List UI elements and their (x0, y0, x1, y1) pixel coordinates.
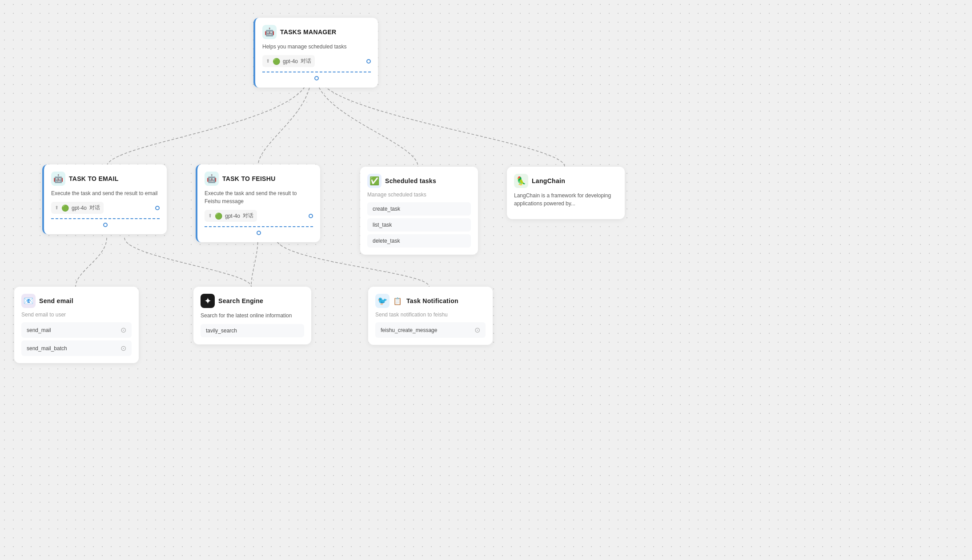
tasks-manager-model-row: ⬆ 🟢 gpt-4o 对话 (262, 55, 371, 67)
tasks-manager-icon: 🤖 (262, 25, 277, 39)
send-email-subtitle: Send email to user (21, 312, 132, 318)
task-email-title: TASK TO EMAIL (69, 175, 119, 182)
task-feishu-icon: 🤖 (205, 172, 219, 186)
node-task-feishu[interactable]: 🤖 TASK TO FEISHU Execute the task and se… (196, 164, 320, 242)
send-email-icon: 📧 (21, 294, 36, 308)
node-scheduled-header: ✅ Scheduled tasks (367, 174, 471, 188)
function-create-task[interactable]: create_task (367, 202, 471, 216)
task-feishu-model-tag[interactable]: ⬆ 🟢 gpt-4o 对话 (205, 210, 257, 222)
model-name: gpt-4o (225, 213, 240, 219)
node-langchain[interactable]: 🦜 LangChain LangChain is a framework for… (507, 167, 625, 219)
right-connector-dot (309, 214, 313, 218)
function-arrow-icon: ⊙ (120, 326, 126, 334)
scheduled-title: Scheduled tasks (385, 177, 436, 184)
node-tasks-manager[interactable]: 🤖 TASKS MANAGER Helps you manage schedul… (253, 18, 378, 88)
function-label: create_task (373, 206, 400, 212)
function-label: feishu_create_message (381, 327, 437, 333)
function-label: send_mail_batch (27, 345, 67, 352)
gpt-icon: 🟢 (273, 58, 280, 65)
notification-emoji: 📋 (393, 297, 402, 305)
task-feishu-model-row: ⬆ 🟢 gpt-4o 对话 (205, 210, 313, 222)
task-notification-title: Task Notification (406, 297, 458, 304)
function-label: list_task (373, 222, 392, 228)
tasks-manager-model-tag[interactable]: ⬆ 🟢 gpt-4o 对话 (262, 55, 315, 67)
node-search-engine-header: ✦ Search Engine (201, 294, 304, 308)
gpt-icon: 🟢 (215, 212, 222, 220)
node-langchain-header: 🦜 LangChain (514, 174, 618, 188)
tasks-manager-desc: Helps you manage scheduled tasks (262, 43, 371, 51)
node-tasks-manager-header: 🤖 TASKS MANAGER (262, 25, 371, 39)
langchain-desc: LangChain is a framework for developing … (514, 192, 618, 208)
task-email-icon: 🤖 (51, 172, 65, 186)
right-connector-dot (155, 206, 160, 210)
function-tavily-search[interactable]: tavily_search (201, 324, 304, 337)
task-notification-icon: 🐦 (375, 294, 390, 308)
function-label: delete_task (373, 238, 400, 244)
node-task-email-header: 🤖 TASK TO EMAIL (51, 172, 160, 186)
task-email-desc: Execute the task and send the result to … (51, 189, 160, 197)
function-send-mail[interactable]: send_mail ⊙ (21, 322, 132, 338)
function-delete-task[interactable]: delete_task (367, 234, 471, 248)
model-name: gpt-4o (72, 205, 87, 211)
bottom-connector-dot (257, 231, 261, 235)
function-list-task[interactable]: list_task (367, 218, 471, 232)
gpt-icon: 🟢 (61, 204, 69, 212)
model-label: 对话 (89, 204, 100, 212)
search-engine-desc: Search for the latest online information (201, 312, 304, 320)
bottom-dashed (205, 226, 313, 235)
node-search-engine[interactable]: ✦ Search Engine Search for the latest on… (193, 287, 311, 344)
function-arrow-icon: ⊙ (120, 344, 126, 352)
model-label: 对话 (301, 57, 311, 65)
langchain-icon: 🦜 (514, 174, 528, 188)
node-task-email[interactable]: 🤖 TASK TO EMAIL Execute the task and sen… (42, 164, 167, 234)
arrow-icon: ⬆ (55, 205, 59, 211)
task-email-model-tag[interactable]: ⬆ 🟢 gpt-4o 对话 (51, 202, 104, 214)
node-send-email[interactable]: 📧 Send email Send email to user send_mai… (14, 287, 139, 363)
function-label: tavily_search (206, 328, 237, 334)
scheduled-icon: ✅ (367, 174, 382, 188)
model-name: gpt-4o (283, 58, 298, 64)
scheduled-subtitle: Manage scheduled tasks (367, 192, 471, 198)
function-arrow-icon: ⊙ (474, 326, 480, 334)
bottom-dashed (262, 72, 371, 80)
search-engine-title: Search Engine (218, 297, 263, 304)
arrow-icon: ⬆ (208, 213, 212, 219)
function-send-mail-batch[interactable]: send_mail_batch ⊙ (21, 340, 132, 356)
model-label: 对话 (243, 212, 253, 220)
task-email-model-row: ⬆ 🟢 gpt-4o 对话 (51, 202, 160, 214)
bottom-connector-dot (314, 76, 319, 80)
node-scheduled-tasks[interactable]: ✅ Scheduled tasks Manage scheduled tasks… (360, 167, 478, 255)
function-feishu-create-message[interactable]: feishu_create_message ⊙ (375, 322, 486, 338)
langchain-title: LangChain (532, 177, 565, 184)
search-engine-icon: ✦ (201, 294, 215, 308)
workflow-canvas: 🤖 TASKS MANAGER Helps you manage schedul… (0, 0, 972, 560)
arrow-icon: ⬆ (266, 58, 270, 64)
function-label: send_mail (27, 327, 51, 333)
node-task-notification-header: 🐦 📋 Task Notification (375, 294, 486, 308)
task-feishu-desc: Execute the task and send the result to … (205, 189, 313, 205)
connections-svg (0, 0, 972, 560)
task-notification-subtitle: Send task notification to feishu (375, 312, 486, 318)
tasks-manager-title: TASKS MANAGER (280, 28, 337, 36)
node-task-notification[interactable]: 🐦 📋 Task Notification Send task notifica… (368, 287, 493, 345)
right-connector-dot (366, 59, 371, 64)
node-task-feishu-header: 🤖 TASK TO FEISHU (205, 172, 313, 186)
bottom-dashed (51, 218, 160, 227)
task-feishu-title: TASK TO FEISHU (222, 175, 276, 182)
bottom-connector-dot (103, 223, 108, 227)
send-email-title: Send email (39, 297, 73, 304)
node-send-email-header: 📧 Send email (21, 294, 132, 308)
